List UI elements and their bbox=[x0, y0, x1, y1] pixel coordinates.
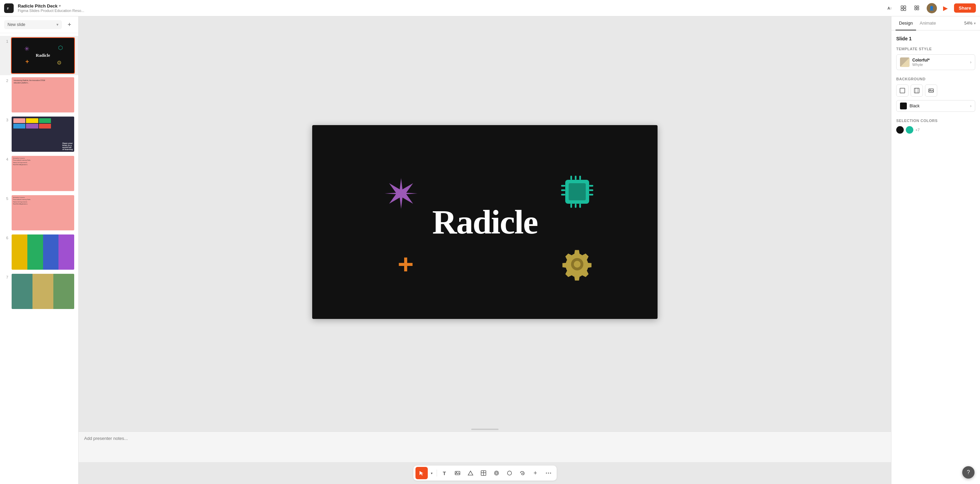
svg-rect-13 bbox=[561, 194, 565, 195]
canvas-scrollbar bbox=[79, 427, 891, 432]
selection-colors-section: Selection colors +7 bbox=[896, 119, 975, 134]
slide-title-label: Slide 1 bbox=[896, 36, 975, 41]
pointer-tool-button[interactable] bbox=[415, 467, 428, 479]
svg-rect-2 bbox=[904, 6, 906, 8]
template-info: Colorful* Whyte bbox=[912, 58, 967, 67]
slide-item-5[interactable]: 5 Interactive LessonsPersonalized Learni… bbox=[0, 193, 78, 232]
image-tool-button[interactable] bbox=[451, 467, 464, 479]
more-options-button[interactable] bbox=[542, 467, 555, 479]
selection-color-black[interactable] bbox=[896, 126, 904, 134]
svg-rect-38 bbox=[900, 88, 905, 93]
add-element-button[interactable]: + bbox=[529, 467, 542, 479]
svg-point-34 bbox=[508, 471, 512, 475]
svg-point-37 bbox=[550, 473, 551, 474]
filename[interactable]: Radicle Pitch Deck ▾ bbox=[18, 3, 880, 8]
bg-image-button[interactable] bbox=[925, 84, 937, 97]
play-button[interactable]: ▶ bbox=[940, 3, 951, 13]
ai-tool-button[interactable]: A↑ bbox=[884, 3, 895, 14]
shapes-tool-button[interactable] bbox=[465, 467, 477, 479]
slide-item-7[interactable]: 7 bbox=[0, 272, 78, 311]
toolbar-divider-1 bbox=[437, 470, 437, 476]
svg-point-24 bbox=[574, 261, 581, 268]
background-section: Background bbox=[896, 77, 975, 112]
selection-colors-more[interactable]: +7 bbox=[915, 128, 920, 132]
help-button[interactable]: ? bbox=[962, 466, 975, 479]
notes-area bbox=[79, 432, 891, 462]
svg-rect-18 bbox=[575, 176, 576, 180]
slide-thumb-3: Open yourbrain to aworld fullof learning bbox=[11, 116, 75, 152]
svg-rect-6 bbox=[917, 6, 919, 8]
svg-rect-10 bbox=[569, 183, 586, 200]
svg-rect-17 bbox=[570, 176, 572, 180]
svg-rect-4 bbox=[904, 8, 906, 11]
right-tab-group: Design Animate bbox=[896, 16, 939, 30]
svg-rect-21 bbox=[575, 204, 576, 208]
pen-tool-button[interactable] bbox=[490, 467, 503, 479]
svg-rect-14 bbox=[589, 185, 593, 187]
slide-canvas[interactable]: Radicle + bbox=[312, 125, 657, 319]
svg-rect-20 bbox=[570, 204, 572, 208]
slides-panel: New slide ▾ + 1 ✳ ⬡ + bbox=[0, 16, 79, 484]
slide-item-2[interactable]: 2 Introducing Radicle, the innovative ST… bbox=[0, 75, 78, 114]
table-tool-button[interactable] bbox=[477, 467, 490, 479]
canvas-scroll: Radicle + bbox=[79, 16, 891, 427]
svg-rect-12 bbox=[561, 189, 565, 191]
new-slide-button[interactable]: New slide ▾ bbox=[4, 20, 62, 29]
svg-point-32 bbox=[495, 472, 498, 474]
layout-button[interactable] bbox=[898, 3, 909, 14]
notes-input[interactable] bbox=[84, 436, 886, 446]
template-name: Colorful* bbox=[912, 58, 967, 63]
zoom-control[interactable]: 54% ▾ bbox=[964, 21, 976, 25]
file-info: Radicle Pitch Deck ▾ Figma Slides Produc… bbox=[18, 3, 880, 13]
background-icons-row bbox=[896, 84, 975, 97]
selection-color-green[interactable] bbox=[906, 126, 913, 134]
share-button[interactable]: Share bbox=[954, 3, 976, 13]
add-slide-icon-button[interactable]: + bbox=[65, 20, 74, 29]
top-tools: A↑ bbox=[884, 3, 923, 14]
template-swatch bbox=[900, 57, 910, 67]
bg-solid-button[interactable] bbox=[896, 84, 908, 97]
svg-rect-5 bbox=[915, 6, 916, 8]
tab-animate[interactable]: Animate bbox=[916, 16, 939, 30]
selection-colors-row: +7 bbox=[896, 126, 975, 134]
canvas-area: Radicle + bbox=[79, 16, 891, 484]
topbar-right: 👤 ▶ Share bbox=[927, 3, 976, 13]
figma-logo[interactable]: F bbox=[4, 3, 14, 13]
circle-tool-button[interactable] bbox=[503, 467, 515, 479]
template-chevron-icon: › bbox=[970, 60, 972, 65]
bg-gradient-button[interactable] bbox=[911, 84, 923, 97]
svg-rect-7 bbox=[915, 8, 916, 10]
slide-item-1[interactable]: 1 ✳ ⬡ + ⚙ Radicle bbox=[0, 36, 78, 75]
background-color-row[interactable]: Black › bbox=[896, 100, 975, 112]
background-color-swatch bbox=[900, 103, 907, 109]
background-color-chevron: › bbox=[970, 103, 972, 108]
svg-point-35 bbox=[546, 473, 547, 474]
file-subtitle: Figma Slides Product Education Reso... bbox=[18, 8, 880, 13]
slide-thumb-1: ✳ ⬡ + ⚙ Radicle bbox=[11, 37, 75, 74]
template-style-section: Template style Colorful* Whyte › bbox=[896, 47, 975, 70]
slides-list: 1 ✳ ⬡ + ⚙ Radicle bbox=[0, 33, 78, 484]
right-panel-content: Slide 1 Template style Colorful* Whyte ›… bbox=[891, 30, 980, 484]
tab-design[interactable]: Design bbox=[896, 16, 916, 30]
text-tool-button[interactable]: T bbox=[438, 467, 451, 479]
lasso-tool-button[interactable] bbox=[516, 467, 529, 479]
slide-item-3[interactable]: 3 Open bbox=[0, 114, 78, 154]
slide-thumb-2: Introducing Radicle, the innovative STEM… bbox=[11, 76, 75, 113]
background-section-title: Background bbox=[896, 77, 975, 81]
template-sub: Whyte bbox=[912, 63, 967, 67]
selection-colors-title: Selection colors bbox=[896, 119, 975, 123]
template-row[interactable]: Colorful* Whyte › bbox=[896, 54, 975, 70]
svg-point-31 bbox=[495, 471, 498, 475]
grid-view-button[interactable] bbox=[912, 3, 923, 14]
slide-item-6[interactable]: 6 bbox=[0, 232, 78, 272]
avatar[interactable]: 👤 bbox=[927, 3, 937, 13]
green-chip-shape bbox=[558, 173, 596, 211]
canvas-title: Radicle bbox=[432, 202, 538, 242]
pointer-dropdown-button[interactable]: ▾ bbox=[428, 467, 435, 479]
svg-rect-19 bbox=[579, 176, 581, 180]
svg-rect-8 bbox=[917, 8, 919, 10]
slide-item-4[interactable]: 4 Interactive LessonsPersonalized Learni… bbox=[0, 154, 78, 193]
filename-chevron: ▾ bbox=[59, 4, 61, 8]
svg-rect-3 bbox=[901, 8, 903, 11]
svg-rect-11 bbox=[561, 185, 565, 187]
